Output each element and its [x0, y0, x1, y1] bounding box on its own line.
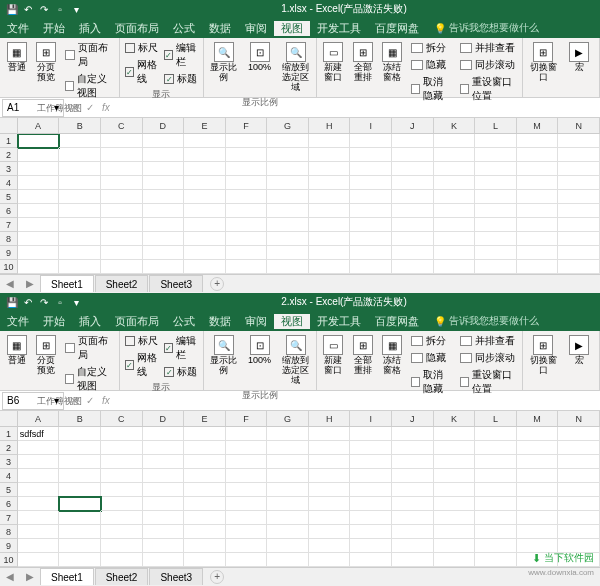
cell[interactable] [517, 232, 559, 246]
cell[interactable] [101, 469, 143, 483]
cell[interactable] [18, 441, 60, 455]
cell[interactable] [558, 497, 600, 511]
cell[interactable] [309, 539, 351, 553]
cell[interactable] [267, 525, 309, 539]
menu-home[interactable]: 开始 [36, 21, 72, 36]
cell[interactable] [517, 525, 559, 539]
col-header[interactable]: G [267, 411, 309, 426]
cell[interactable] [101, 497, 143, 511]
cell[interactable] [309, 134, 351, 148]
cell[interactable] [18, 525, 60, 539]
sheet-tab[interactable]: Sheet1 [40, 275, 94, 292]
cell[interactable] [143, 218, 185, 232]
redo-icon[interactable]: ↷ [38, 296, 50, 308]
pagebreak-button[interactable]: ⊞分页 预览 [33, 40, 58, 85]
cell[interactable] [101, 441, 143, 455]
cell[interactable] [184, 232, 226, 246]
tell-me[interactable]: 💡告诉我您想要做什么 [426, 21, 539, 35]
cell[interactable] [434, 525, 476, 539]
menu-developer[interactable]: 开发工具 [310, 21, 368, 36]
cell[interactable] [558, 427, 600, 441]
menu-baidu[interactable]: 百度网盘 [368, 21, 426, 36]
cell[interactable] [101, 511, 143, 525]
ruler-check[interactable]: 标尺 [124, 333, 159, 349]
cell[interactable] [267, 148, 309, 162]
cell[interactable] [309, 148, 351, 162]
arrange-button[interactable]: ⊞全部重排 [350, 40, 375, 85]
cell[interactable] [59, 511, 101, 525]
col-header[interactable]: C [101, 118, 143, 133]
cell[interactable] [350, 441, 392, 455]
cell[interactable] [59, 469, 101, 483]
reset-button[interactable]: 重设窗口位置 [458, 74, 518, 104]
cell[interactable] [475, 483, 517, 497]
cell[interactable] [434, 511, 476, 525]
cell[interactable] [558, 204, 600, 218]
zoom-button[interactable]: 🔍显示比例 [208, 333, 240, 378]
row-header[interactable]: 8 [0, 232, 18, 246]
cell[interactable] [226, 539, 268, 553]
cell[interactable] [392, 204, 434, 218]
menu-data[interactable]: 数据 [202, 314, 238, 329]
cell[interactable] [143, 427, 185, 441]
cell[interactable] [184, 455, 226, 469]
split-button[interactable]: 拆分 [409, 333, 454, 349]
gridlines-check[interactable]: ✓网格线 [124, 350, 159, 380]
spreadsheet-grid[interactable]: A B C D E F G H I J K L M N 123456789101… [0, 118, 600, 274]
cell[interactable] [267, 483, 309, 497]
cancel-icon[interactable]: ✕ [70, 395, 78, 406]
col-header[interactable]: J [392, 118, 434, 133]
col-header[interactable]: D [143, 118, 185, 133]
cell[interactable] [101, 176, 143, 190]
open-icon[interactable]: ▾ [70, 296, 82, 308]
col-header[interactable]: G [267, 118, 309, 133]
cell[interactable] [392, 469, 434, 483]
cell[interactable] [184, 511, 226, 525]
cell[interactable] [392, 455, 434, 469]
row-header[interactable]: 6 [0, 204, 18, 218]
cell[interactable] [475, 469, 517, 483]
split-button[interactable]: 拆分 [409, 40, 454, 56]
cell[interactable] [558, 176, 600, 190]
newwin-button[interactable]: ▭新建窗口 [321, 333, 346, 378]
cell[interactable] [434, 455, 476, 469]
normal-view-button[interactable]: ▦普通 [4, 333, 29, 368]
cell[interactable] [226, 553, 268, 567]
cell[interactable] [350, 511, 392, 525]
cell[interactable] [226, 134, 268, 148]
cell[interactable] [434, 190, 476, 204]
col-header[interactable]: M [517, 118, 559, 133]
grid-rows[interactable]: 1sdfsdf2345678910111213 [0, 427, 600, 567]
cell[interactable] [184, 260, 226, 274]
cell[interactable] [226, 246, 268, 260]
col-header[interactable]: B [59, 411, 101, 426]
cell[interactable] [475, 260, 517, 274]
cell[interactable] [143, 246, 185, 260]
cell[interactable] [101, 553, 143, 567]
cell[interactable] [434, 162, 476, 176]
col-header[interactable]: B [59, 118, 101, 133]
row-header[interactable]: 2 [0, 441, 18, 455]
col-header[interactable]: E [184, 118, 226, 133]
menu-data[interactable]: 数据 [202, 21, 238, 36]
col-header[interactable]: C [101, 411, 143, 426]
cell[interactable] [434, 427, 476, 441]
sheet-tab[interactable]: Sheet2 [95, 568, 149, 585]
cell[interactable] [475, 539, 517, 553]
cell[interactable] [143, 525, 185, 539]
cell[interactable] [475, 232, 517, 246]
cell[interactable] [475, 148, 517, 162]
sheet-tab[interactable]: Sheet2 [95, 275, 149, 292]
cell[interactable] [434, 204, 476, 218]
row-header[interactable]: 5 [0, 190, 18, 204]
cell[interactable] [392, 218, 434, 232]
tab-nav-next[interactable]: ▶ [20, 278, 40, 289]
cell[interactable] [558, 511, 600, 525]
cell[interactable] [434, 232, 476, 246]
row-header[interactable]: 3 [0, 162, 18, 176]
cell[interactable] [184, 427, 226, 441]
cell[interactable] [309, 204, 351, 218]
name-box[interactable]: A1▾ [2, 99, 64, 117]
cell[interactable] [475, 190, 517, 204]
cell[interactable] [101, 525, 143, 539]
